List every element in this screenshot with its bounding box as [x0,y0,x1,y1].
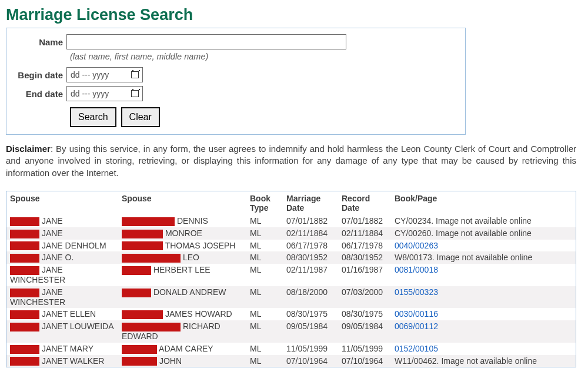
col-spouse2[interactable]: Spouse [118,191,246,215]
redaction-block [122,230,163,238]
cell-record-date: 07/10/1964 [338,355,391,367]
cell-record-date: 08/30/1975 [338,308,391,320]
redaction-block [10,241,39,250]
redaction-block [10,323,39,331]
redaction-block [10,345,39,354]
disclaimer-text: : By using this service, in any form, th… [6,144,576,178]
end-date-input[interactable]: dd --- yyyy [66,86,143,101]
cell-book-page: CY/00260. Image not available online [391,227,576,240]
cell-record-date: 06/17/1978 [338,240,391,252]
table-row[interactable]: JANE WINCHESTER DONALD ANDREWML08/18/200… [6,286,576,309]
cell-book-type: ML [246,343,283,355]
table-row[interactable]: JANE MONROEML02/11/188402/11/1884CY/0026… [6,227,576,240]
cell-book-type: ML [246,308,283,320]
col-book-type[interactable]: Book Type [246,191,283,215]
table-row[interactable]: JANET WALKER JOHNML07/10/196407/10/1964W… [6,355,576,367]
table-row[interactable]: JANE DENHOLM THOMAS JOSEPHML06/17/197806… [6,240,576,252]
cell-marriage-date: 02/11/1884 [283,227,338,240]
col-book-page[interactable]: Book/Page [391,191,576,215]
name-input[interactable] [66,34,346,49]
col-marriage-date[interactable]: Marriage Date [283,191,338,215]
cell-spouse1: JANET ELLEN [6,308,118,320]
cell-book-page: W11/00462. Image not available online [391,355,576,367]
redaction-block [10,254,39,263]
cell-book-page: CY/00234. Image not available online [391,215,576,227]
cell-book-type: ML [246,286,283,309]
cell-spouse2: RICHARD EDWARD [118,320,246,343]
cell-book-type: ML [246,227,283,240]
cell-book-type: ML [246,240,283,252]
redaction-block [122,289,151,297]
calendar-icon[interactable] [131,90,139,97]
cell-book-page[interactable]: 0069/00112 [391,320,576,343]
cell-spouse1: JANET WALKER [6,355,118,367]
cell-spouse1: JANET LOUWEIDA [6,320,118,343]
cell-spouse2: DENNIS [118,215,246,227]
cell-book-page[interactable]: 0152/00105 [391,343,576,355]
calendar-icon[interactable] [131,71,139,78]
begin-date-input[interactable]: dd --- yyyy [66,67,143,82]
cell-marriage-date: 08/30/1975 [283,308,338,320]
begin-date-label: Begin date [12,70,66,80]
cell-marriage-date: 07/10/1964 [283,355,338,367]
cell-book-page[interactable]: 0030/00116 [391,308,576,320]
cell-marriage-date: 02/11/1987 [283,264,338,286]
cell-spouse1: JANE WINCHESTER [6,264,118,286]
col-spouse1[interactable]: Spouse [6,191,118,215]
disclaimer: Disclaimer: By using this service, in an… [6,143,576,179]
name-hint: (last name, first name, middle name) [70,51,459,66]
clear-button[interactable]: Clear [121,107,160,127]
cell-record-date: 11/05/1999 [338,343,391,355]
redaction-block [122,254,181,263]
cell-record-date: 07/03/2000 [338,286,391,309]
cell-spouse2: HERBERT LEE [118,264,246,286]
cell-book-page: W8/00173. Image not available online [391,251,576,264]
cell-book-page[interactable]: 0155/00323 [391,286,576,309]
cell-spouse1: JANE WINCHESTER [6,286,118,309]
cell-spouse1: JANE [6,215,118,227]
results-table: Spouse Spouse Book Type Marriage Date Re… [6,191,576,367]
cell-record-date: 08/30/1952 [338,251,391,264]
page-title: Marriage License Search [6,6,582,24]
cell-book-type: ML [246,251,283,264]
cell-marriage-date: 08/18/2000 [283,286,338,309]
redaction-block [10,310,39,319]
cell-spouse2: ADAM CAREY [118,343,246,355]
cell-marriage-date: 08/30/1952 [283,251,338,264]
cell-book-type: ML [246,320,283,343]
cell-book-type: ML [246,215,283,227]
redaction-block [122,323,181,331]
results-panel[interactable]: Spouse Spouse Book Type Marriage Date Re… [6,191,576,367]
cell-spouse1: JANE [6,227,118,240]
disclaimer-label: Disclaimer [6,144,51,154]
redaction-block [10,289,39,297]
redaction-block [10,266,39,275]
cell-book-page[interactable]: 0081/00018 [391,264,576,286]
begin-date-value: dd --- yyyy [71,70,109,79]
cell-spouse1: JANE O. [6,251,118,264]
redaction-block [122,310,163,319]
cell-spouse1: JANET MARY [6,343,118,355]
cell-record-date: 09/05/1984 [338,320,391,343]
cell-spouse1: JANE DENHOLM [6,240,118,252]
table-row[interactable]: JANE O. LEOML08/30/195208/30/1952W8/0017… [6,251,576,264]
cell-spouse2: JOHN [118,355,246,367]
table-row[interactable]: JANET MARY ADAM CAREYML11/05/199911/05/1… [6,343,576,355]
end-date-label: End date [12,89,66,99]
table-row[interactable]: JANE WINCHESTER HERBERT LEEML02/11/19870… [6,264,576,286]
cell-record-date: 01/16/1987 [338,264,391,286]
search-button[interactable]: Search [70,107,116,127]
table-row[interactable]: JANET ELLEN JAMES HOWARDML08/30/197508/3… [6,308,576,320]
cell-marriage-date: 07/01/1882 [283,215,338,227]
cell-marriage-date: 11/05/1999 [283,343,338,355]
cell-record-date: 02/11/1884 [338,227,391,240]
cell-spouse2: LEO [118,251,246,264]
end-date-value: dd --- yyyy [71,89,109,98]
cell-marriage-date: 09/05/1984 [283,320,338,343]
cell-book-type: ML [246,355,283,367]
table-row[interactable]: JANET LOUWEIDA RICHARD EDWARDML09/05/198… [6,320,576,343]
table-row[interactable]: JANE DENNISML07/01/188207/01/1882CY/0023… [6,215,576,227]
cell-spouse2: MONROE [118,227,246,240]
cell-book-page[interactable]: 0040/00263 [391,240,576,252]
col-record-date[interactable]: Record Date [338,191,391,215]
